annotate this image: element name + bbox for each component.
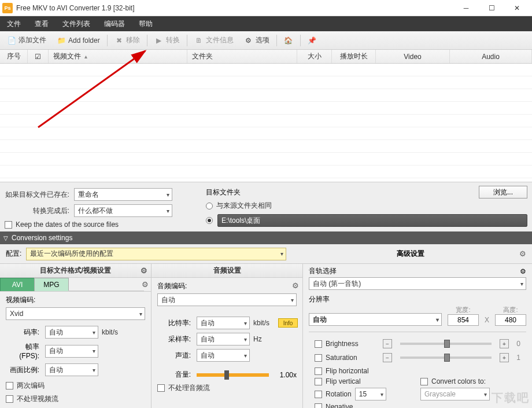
menu-file[interactable]: 文件 <box>0 16 28 31</box>
file-table-body[interactable] <box>0 64 532 182</box>
menu-filelist[interactable]: 文件列表 <box>56 16 97 31</box>
dest-path-radio[interactable] <box>206 217 213 224</box>
channels-select[interactable]: 自动 <box>197 349 250 362</box>
add-folder-button[interactable]: 📁 Add folder <box>52 34 105 47</box>
advanced-title: 高级设置 <box>306 249 515 259</box>
conversion-settings-header[interactable]: ▽ Conversion settings <box>0 231 532 244</box>
brightness-checkbox[interactable]: Brightness <box>315 340 378 348</box>
fps-label: 帧率(FPS): <box>6 342 43 360</box>
flip-h-checkbox[interactable]: Flip horizontal <box>315 367 415 375</box>
aspect-select[interactable]: 自动 <box>45 363 98 376</box>
home-icon: 🏠 <box>284 36 293 45</box>
audio-bitrate-select[interactable]: 自动 <box>197 317 250 329</box>
remove-label: 移除 <box>126 35 140 45</box>
dest-path-field[interactable]: E:\tools\桌面 <box>217 214 527 227</box>
decrease-button[interactable]: − <box>383 339 392 348</box>
separator <box>147 35 147 46</box>
color-mode-select[interactable]: Grayscale <box>420 388 490 400</box>
remove-button[interactable]: ✖ 移除 <box>110 33 145 47</box>
resolution-select[interactable]: 自动 <box>309 313 442 326</box>
tab-mpg[interactable]: MPG <box>34 278 69 291</box>
width-input[interactable]: 854 <box>448 314 479 326</box>
saturation-slider[interactable] <box>400 356 492 359</box>
convert-label: 转换 <box>166 35 180 45</box>
config-label: 配置: <box>6 249 21 259</box>
no-audio-checkbox[interactable]: 不处理音频流 <box>157 383 297 393</box>
window-title: Free MKV to AVI Converter 1.9 [32-bit] <box>16 4 453 12</box>
info-icon: 🗎 <box>194 36 204 45</box>
separator <box>300 35 301 46</box>
tab-avi[interactable]: AVI <box>0 278 35 291</box>
bitrate-label: 码率: <box>6 328 43 337</box>
maximize-button[interactable]: ☐ <box>479 1 504 16</box>
rotation-checkbox[interactable]: Rotation <box>315 390 352 398</box>
audio-section-title: 音频设置 <box>152 264 302 278</box>
no-video-checkbox[interactable]: 不处理视频流 <box>6 394 145 404</box>
info-badge[interactable]: Info <box>278 318 298 328</box>
col-folder[interactable]: 文件夹 <box>187 50 297 63</box>
add-file-icon: 📄 <box>7 36 16 45</box>
col-size[interactable]: 大小 <box>297 50 332 63</box>
video-encoder-select[interactable]: Xvid <box>6 307 145 320</box>
pin-icon: 📌 <box>308 36 317 45</box>
audio-track-label: 音轨选择 <box>309 266 337 276</box>
menu-help[interactable]: 帮助 <box>132 16 160 31</box>
menubar: 文件 查看 文件列表 编码器 帮助 <box>0 16 532 31</box>
convert-button[interactable]: ▶ 转换 <box>150 33 184 47</box>
negative-checkbox[interactable]: Negative <box>315 403 415 408</box>
add-file-button[interactable]: 📄 添加文件 <box>2 33 51 47</box>
convert-colors-checkbox[interactable]: Convert colors to: <box>420 377 520 385</box>
audio-encoder-select[interactable]: 自动 <box>157 293 297 306</box>
gear-icon: ⚙ <box>244 36 253 45</box>
increase-button[interactable]: + <box>500 353 509 362</box>
keep-dates-checkbox[interactable]: Keep the dates of the source files <box>5 220 197 229</box>
separator <box>187 35 187 46</box>
gear-icon[interactable]: ⚙ <box>292 281 299 290</box>
play-icon: ▶ <box>154 36 164 45</box>
col-duration[interactable]: 播放时长 <box>332 50 376 63</box>
home-button[interactable]: 🏠 <box>279 34 298 47</box>
gear-icon[interactable]: ⚙ <box>520 267 526 275</box>
gear-icon[interactable]: ⚙ <box>519 249 526 258</box>
decrease-button[interactable]: − <box>383 353 392 362</box>
if-exists-select[interactable]: 重命名 <box>74 188 172 201</box>
saturation-checkbox[interactable]: Saturation <box>315 354 378 362</box>
options-label: 选项 <box>256 35 269 45</box>
gear-icon[interactable]: ⚙ <box>141 266 147 275</box>
volume-slider[interactable] <box>197 373 269 377</box>
brightness-slider[interactable] <box>400 343 492 345</box>
file-info-button[interactable]: 🗎 文件信息 <box>190 33 238 47</box>
pin-button[interactable]: 📌 <box>303 34 322 47</box>
gear-icon[interactable]: ⚙ <box>142 280 149 293</box>
increase-button[interactable]: + <box>500 339 509 348</box>
col-video[interactable]: Video <box>376 50 450 63</box>
aenc-label: 音频编码: <box>157 281 297 291</box>
rotation-select[interactable]: 15 <box>355 388 386 400</box>
checkbox-icon <box>5 221 12 229</box>
flip-v-checkbox[interactable]: Flip vertical <box>315 377 415 385</box>
minimize-button[interactable]: ─ <box>453 1 479 16</box>
after-conv-select[interactable]: 什么都不做 <box>74 204 172 217</box>
col-videofile[interactable]: 视频文件▴ <box>49 50 187 63</box>
menu-view[interactable]: 查看 <box>28 16 56 31</box>
two-pass-checkbox[interactable]: 两次编码 <box>6 381 145 391</box>
srate-label: 采样率: <box>157 335 194 344</box>
same-as-source-radio[interactable]: 与来源文件夹相同 <box>206 201 527 211</box>
col-check[interactable]: ☑ <box>28 50 49 63</box>
menu-encoder[interactable]: 编码器 <box>97 16 132 31</box>
bitrate-select[interactable]: 自动 <box>45 326 98 339</box>
video-section-title: 目标文件格式/视频设置⚙ <box>0 264 151 278</box>
sample-rate-select[interactable]: 自动 <box>197 333 250 345</box>
height-input[interactable]: 480 <box>495 314 526 326</box>
browse-button[interactable]: 浏览... <box>479 186 527 199</box>
col-audio[interactable]: Audio <box>450 50 532 63</box>
fps-select[interactable]: 自动 <box>45 345 98 358</box>
audio-track-select[interactable]: 自动 (第一音轨) <box>309 277 526 290</box>
radio-icon <box>206 203 213 209</box>
remove-icon: ✖ <box>114 36 124 45</box>
options-button[interactable]: ⚙ 选项 <box>239 33 274 47</box>
add-file-label: 添加文件 <box>19 35 46 45</box>
col-seq[interactable]: 序号 <box>0 50 28 63</box>
config-select[interactable]: 最近一次编码所使用的配置 <box>26 248 286 260</box>
close-button[interactable]: ✕ <box>504 1 530 16</box>
